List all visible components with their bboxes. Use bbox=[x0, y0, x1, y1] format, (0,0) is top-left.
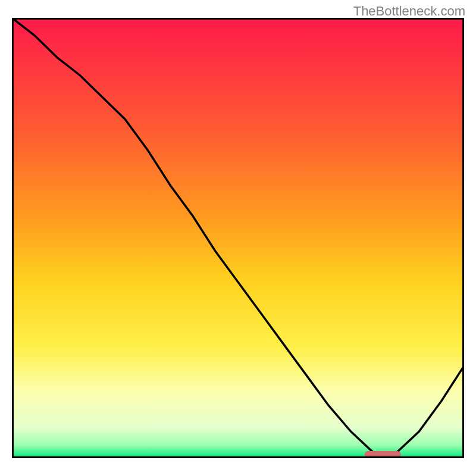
chart-container: TheBottleneck.com bbox=[0, 0, 476, 476]
plot-area bbox=[12, 18, 464, 458]
chart-svg bbox=[12, 18, 464, 458]
watermark-text: TheBottleneck.com bbox=[353, 4, 465, 19]
gradient-background bbox=[12, 18, 464, 458]
